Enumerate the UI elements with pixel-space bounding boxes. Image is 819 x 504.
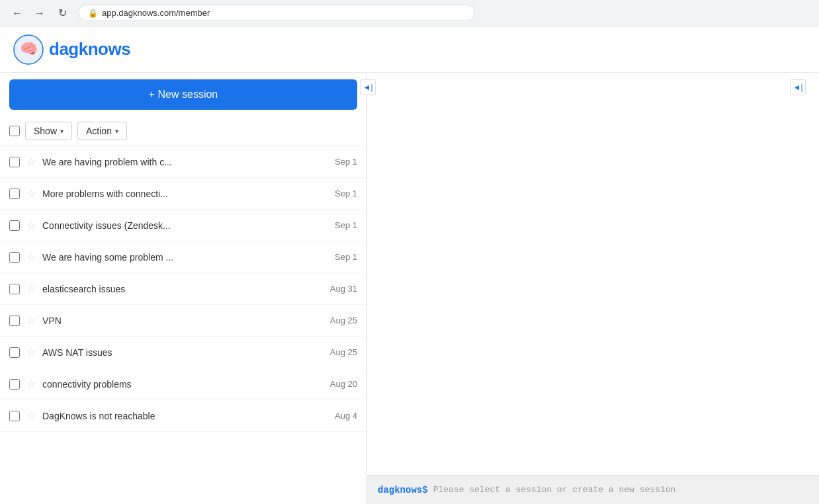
action-caret-icon: ▾ [115, 128, 118, 135]
list-item[interactable]: ☆ AWS NAT issues Aug 25 [0, 337, 366, 368]
address-bar[interactable]: 🔒 app.dagknows.com/member [78, 5, 475, 21]
session-title: VPN [42, 315, 318, 326]
session-date: Sep 1 [335, 220, 357, 230]
session-date: Aug 25 [330, 315, 357, 325]
list-item[interactable]: ☆ We are having some problem ... Sep 1 [0, 241, 366, 273]
right-collapse-icon: ◄| [793, 83, 803, 92]
star-icon[interactable]: ☆ [26, 409, 36, 422]
browser-chrome: ← → ↻ 🔒 app.dagknows.com/member [0, 0, 819, 26]
logo-icon: 🧠 [13, 34, 44, 65]
app: 🧠 dagknows ◄| + New session Show ▾ Actio… [0, 26, 819, 504]
action-dropdown-button[interactable]: Action ▾ [77, 122, 127, 140]
star-icon[interactable]: ☆ [26, 378, 36, 390]
reload-button[interactable]: ↻ [53, 4, 71, 22]
left-collapse-button[interactable]: ◄| [360, 79, 376, 95]
svg-text:🧠: 🧠 [20, 40, 38, 58]
session-title: We are having some problem ... [42, 252, 323, 263]
list-item[interactable]: ☆ connectivity problems Aug 20 [0, 368, 366, 400]
session-title: elasticsearch issues [42, 284, 318, 294]
logo-text: dagknows [49, 39, 130, 60]
session-date: Aug 25 [330, 347, 357, 357]
list-item[interactable]: ☆ DagKnows is not reachable Aug 4 [0, 400, 366, 432]
session-title: AWS NAT issues [42, 347, 318, 358]
star-icon[interactable]: ☆ [26, 219, 36, 231]
list-item[interactable]: ☆ Connectivity issues (Zendesk... Sep 1 [0, 210, 366, 241]
right-panel: ◄| dagknows$ Please select a session or … [367, 73, 819, 504]
right-content-area [367, 73, 819, 504]
terminal-placeholder-text: Please select a session or create a new … [433, 485, 676, 495]
action-label: Action [86, 126, 112, 136]
left-collapse-icon: ◄| [363, 83, 373, 92]
session-title: We are having problem with c... [42, 157, 323, 167]
list-item[interactable]: ☆ We are having problem with c... Sep 1 [0, 146, 366, 178]
session-title: connectivity problems [42, 379, 318, 390]
terminal-bar: dagknows$ Please select a session or cre… [367, 475, 819, 504]
terminal-prompt: dagknows$ [378, 485, 428, 495]
session-date: Sep 1 [335, 252, 357, 262]
list-item[interactable]: ☆ VPN Aug 25 [0, 305, 366, 337]
url-text: app.dagknows.com/member [102, 8, 210, 18]
session-checkbox[interactable] [9, 315, 20, 326]
session-list: ☆ We are having problem with c... Sep 1 … [0, 146, 366, 504]
new-session-button[interactable]: + New session [9, 79, 357, 110]
star-icon[interactable]: ☆ [26, 282, 36, 295]
session-checkbox[interactable] [9, 284, 20, 294]
list-item[interactable]: ☆ More problems with connecti... Sep 1 [0, 178, 366, 210]
right-collapse-button[interactable]: ◄| [790, 79, 806, 95]
lock-icon: 🔒 [88, 9, 98, 18]
session-title: DagKnows is not reachable [42, 411, 323, 421]
star-icon[interactable]: ☆ [26, 187, 36, 200]
app-header: 🧠 dagknows [0, 26, 819, 73]
session-date: Aug 20 [330, 379, 357, 389]
toolbar: Show ▾ Action ▾ [0, 116, 366, 146]
session-checkbox[interactable] [9, 220, 20, 231]
session-checkbox[interactable] [9, 157, 20, 167]
session-date: Sep 1 [335, 189, 357, 198]
show-label: Show [34, 126, 57, 136]
select-all-checkbox[interactable] [9, 126, 20, 136]
show-dropdown-button[interactable]: Show ▾ [25, 122, 72, 140]
browser-nav: ← → ↻ [8, 4, 71, 22]
session-date: Aug 4 [335, 411, 357, 421]
star-icon[interactable]: ☆ [26, 251, 36, 263]
session-checkbox[interactable] [9, 379, 20, 390]
left-panel: ◄| + New session Show ▾ Action ▾ ☆ We ar… [0, 73, 367, 504]
back-button[interactable]: ← [8, 4, 26, 22]
session-checkbox[interactable] [9, 347, 20, 358]
session-checkbox[interactable] [9, 252, 20, 263]
session-title: Connectivity issues (Zendesk... [42, 220, 323, 231]
show-caret-icon: ▾ [60, 128, 64, 135]
session-date: Sep 1 [335, 157, 357, 167]
star-icon[interactable]: ☆ [26, 346, 36, 358]
list-item[interactable]: ☆ elasticsearch issues Aug 31 [0, 273, 366, 305]
main-content: ◄| + New session Show ▾ Action ▾ ☆ We ar… [0, 73, 819, 504]
star-icon[interactable]: ☆ [26, 314, 36, 327]
logo: 🧠 dagknows [13, 34, 130, 65]
star-icon[interactable]: ☆ [26, 155, 36, 168]
session-checkbox[interactable] [9, 189, 20, 199]
session-checkbox[interactable] [9, 411, 20, 421]
session-date: Aug 31 [330, 284, 357, 294]
forward-button[interactable]: → [30, 4, 49, 22]
session-title: More problems with connecti... [42, 189, 323, 199]
